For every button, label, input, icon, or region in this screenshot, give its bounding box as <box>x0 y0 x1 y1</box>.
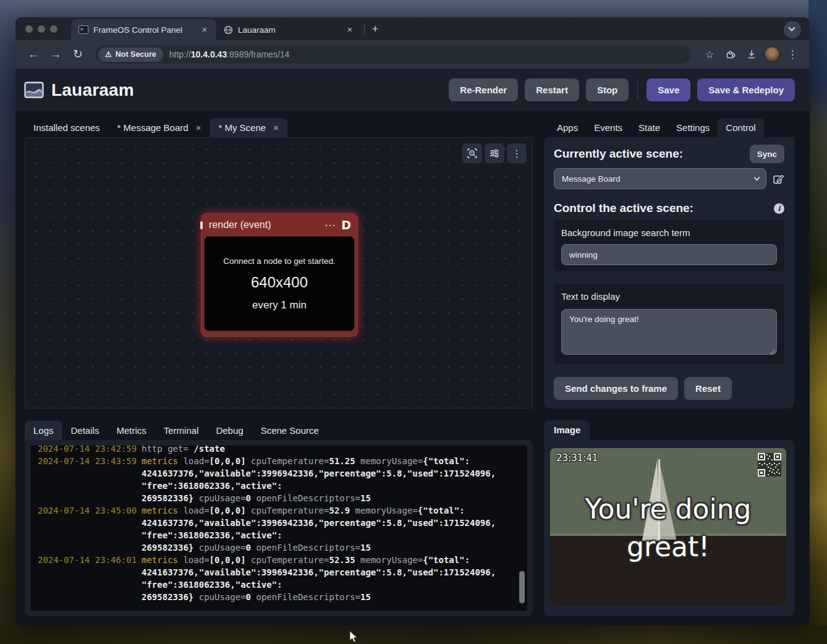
tab-details[interactable]: Details <box>62 421 108 440</box>
tab-image[interactable]: Image <box>544 420 590 440</box>
reset-button[interactable]: Reset <box>684 377 732 400</box>
node-menu-icon[interactable]: ⋯ <box>324 219 335 232</box>
tab-terminal[interactable]: Terminal <box>155 421 208 440</box>
render-event-node[interactable]: render (event) ⋯ D Connect a node to get… <box>201 214 357 336</box>
minimize-window-button[interactable] <box>38 25 45 33</box>
info-icon[interactable]: i <box>774 203 784 214</box>
frameos-app: Lauaraam Re-Render Restart Stop Save Sav… <box>15 69 810 625</box>
log-entry: 2024-07-14 23:46:01metrics load=[0,0,0] … <box>38 554 512 603</box>
desktop: > FrameOS Control Panel × Lauaraam × + ←… <box>0 0 827 644</box>
kebab-icon: ⋮ <box>512 148 522 159</box>
new-tab-button[interactable]: + <box>367 22 383 38</box>
header-divider <box>637 81 638 100</box>
sliders-icon <box>489 148 500 159</box>
browser-tab-frameos[interactable]: > FrameOS Control Panel × <box>71 19 216 40</box>
canvas-menu-button[interactable]: ⋮ <box>507 143 527 163</box>
tab-settings[interactable]: Settings <box>668 118 718 137</box>
tab-logs[interactable]: Logs <box>25 421 62 440</box>
browser-window: > FrameOS Control Panel × Lauaraam × + ←… <box>15 17 810 625</box>
node-body: Connect a node to get started. 640x400 e… <box>204 236 355 331</box>
mouse-cursor <box>347 630 360 643</box>
node-message: Connect a node to get started. <box>223 256 336 266</box>
scene-tab-label: * Message Board <box>117 122 189 133</box>
restart-button[interactable]: Restart <box>525 78 579 101</box>
close-icon[interactable]: × <box>196 122 201 133</box>
tab-separator <box>364 24 365 35</box>
zoom-window-button[interactable] <box>50 25 57 33</box>
canvas-settings-button[interactable] <box>485 143 504 163</box>
terminal-favicon-icon: > <box>78 25 88 34</box>
scene-tabs: Installed scenes * Message Board × * My … <box>25 117 533 137</box>
edit-scene-icon[interactable] <box>773 173 784 185</box>
app-header: Lauaraam Re-Render Restart Stop Save Sav… <box>15 69 810 111</box>
header-actions: Re-Render Restart Stop Save Save & Redep… <box>449 78 795 101</box>
browser-tab-lauaraam[interactable]: Lauaraam × <box>216 19 362 40</box>
log-entry: 2024-07-14 23:45:00metrics load=[0,0,0] … <box>38 504 512 554</box>
zoom-fit-icon <box>467 148 478 159</box>
search-term-input[interactable] <box>561 244 777 265</box>
tab-state[interactable]: State <box>630 118 668 137</box>
tab-search-button[interactable] <box>784 21 801 38</box>
log-console[interactable]: 2024-07-14 23:42:59http get= /state2024-… <box>30 446 527 611</box>
browser-tabstrip: > FrameOS Control Panel × Lauaraam × + <box>15 17 810 40</box>
search-field-group: Background image search term <box>554 220 784 271</box>
close-icon[interactable]: × <box>273 122 279 133</box>
bookmark-star-icon[interactable]: ☆ <box>701 48 718 61</box>
close-window-button[interactable] <box>25 25 33 33</box>
tab-scene-source[interactable]: Scene Source <box>252 421 328 440</box>
canvas-toolbar: ⋮ <box>462 143 527 163</box>
security-chip[interactable]: ⚠ Not Secure <box>98 48 163 62</box>
tab-installed-scenes[interactable]: Installed scenes <box>25 118 109 137</box>
zoom-to-fit-button[interactable] <box>462 143 482 163</box>
node-header[interactable]: render (event) ⋯ D <box>201 214 357 236</box>
node-canvas[interactable]: ⋮ render (event) ⋯ D Connect a node to g… <box>25 137 533 409</box>
scene-select[interactable]: Message Board <box>554 168 766 189</box>
tab-metrics[interactable]: Metrics <box>108 421 155 440</box>
scene-select-row: Message Board <box>554 168 784 189</box>
log-content: 2024-07-14 23:42:59http get= /state2024-… <box>38 446 512 603</box>
browser-menu-icon[interactable]: ⋮ <box>784 48 801 61</box>
tab-close-icon[interactable]: × <box>344 24 355 35</box>
save-redeploy-button[interactable]: Save & Redeploy <box>697 78 795 101</box>
stop-button[interactable]: Stop <box>586 78 629 101</box>
sync-button[interactable]: Sync <box>750 145 784 163</box>
control-buttons: Send changes to frame Reset <box>554 377 784 400</box>
tab-close-icon[interactable]: × <box>199 24 210 35</box>
log-entry: 2024-07-14 23:42:59http get= /state <box>38 446 512 455</box>
reload-button[interactable]: ↻ <box>69 45 87 64</box>
search-field-label: Background image search term <box>561 227 777 238</box>
active-scene-heading: Currently active scene: <box>554 147 683 161</box>
tab-apps[interactable]: Apps <box>549 118 586 137</box>
address-bar[interactable]: ⚠ Not Secure http://10.4.0.43:8989/frame… <box>96 45 691 64</box>
node-connection-handle[interactable] <box>200 221 203 229</box>
extensions-icon[interactable] <box>722 49 739 60</box>
log-scrollbar[interactable] <box>519 571 525 603</box>
tab-control[interactable]: Control <box>718 118 763 137</box>
wallpaper-bottom <box>0 625 827 644</box>
control-column: Apps Events State Settings Control Curre… <box>544 117 794 409</box>
browser-tab-title: Lauaraam <box>238 25 339 35</box>
rerender-button[interactable]: Re-Render <box>449 78 518 101</box>
send-changes-button[interactable]: Send changes to frame <box>554 377 678 400</box>
node-interval: every 1 min <box>252 299 307 311</box>
page-title: Lauaraam <box>51 80 449 100</box>
profile-avatar[interactable] <box>764 46 780 62</box>
tab-my-scene[interactable]: * My Scene × <box>210 118 287 137</box>
save-button[interactable]: Save <box>647 78 690 101</box>
tab-message-board[interactable]: * Message Board × <box>109 118 210 137</box>
node-resolution: 640x400 <box>251 274 308 291</box>
forward-button[interactable]: → <box>46 45 65 64</box>
display-text-textarea[interactable]: You're doing great! <box>561 309 777 355</box>
tab-debug[interactable]: Debug <box>207 421 252 440</box>
scene-editor-column: Installed scenes * Message Board × * My … <box>25 117 533 409</box>
text-field-group: Text to display You're doing great! <box>554 284 784 363</box>
globe-favicon-icon <box>224 25 233 35</box>
download-icon[interactable] <box>743 49 760 60</box>
browser-tab-title: FrameOS Control Panel <box>93 25 194 35</box>
node-title: render (event) <box>209 219 318 231</box>
tab-events[interactable]: Events <box>586 118 630 137</box>
active-scene-row: Currently active scene: Sync <box>554 145 784 163</box>
back-button[interactable]: ← <box>24 45 43 64</box>
scene-tab-label: * My Scene <box>218 122 266 133</box>
control-heading-row: Control the active scene: i <box>554 201 784 215</box>
